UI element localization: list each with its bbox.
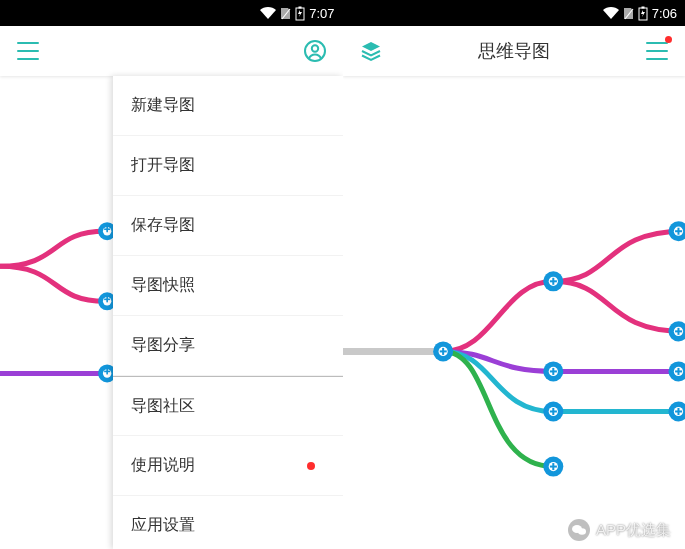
menu-item-label: 保存导图 <box>131 215 195 236</box>
page-title: 思维导图 <box>478 39 550 63</box>
svg-rect-39 <box>552 463 554 470</box>
menu-item-help[interactable]: 使用说明 <box>113 436 343 496</box>
menu-item-label: 打开导图 <box>131 155 195 176</box>
wifi-icon <box>603 7 619 19</box>
layers-icon[interactable] <box>357 37 385 65</box>
wifi-icon <box>260 7 276 19</box>
menu-item-snapshot[interactable]: 导图快照 <box>113 256 343 316</box>
notification-dot-icon <box>307 462 315 470</box>
battery-icon <box>295 6 305 21</box>
menu-item-save[interactable]: 保存导图 <box>113 196 343 256</box>
svg-rect-16 <box>106 368 108 374</box>
phone-right: 7:06 思维导图 <box>343 0 686 549</box>
mindmap-node[interactable] <box>668 321 685 341</box>
sim-icon <box>280 7 291 20</box>
watermark: APP优选集 <box>568 519 671 541</box>
mindmap-node[interactable] <box>668 401 685 421</box>
svg-rect-43 <box>677 228 679 235</box>
hamburger-menu-icon[interactable] <box>643 37 671 65</box>
mindmap-node[interactable] <box>543 401 563 421</box>
svg-rect-8 <box>106 226 108 232</box>
menu-item-label: 使用说明 <box>131 455 195 476</box>
mindmap-root-node[interactable] <box>433 341 453 361</box>
svg-rect-47 <box>677 328 679 335</box>
svg-rect-51 <box>677 368 679 375</box>
mindmap-node[interactable] <box>543 457 563 477</box>
menu-item-label: 导图社区 <box>131 396 195 417</box>
svg-point-57 <box>578 528 586 535</box>
status-time: 7:06 <box>652 6 677 21</box>
menu-item-label: 导图分享 <box>131 335 195 356</box>
status-bar: 7:07 <box>0 0 343 26</box>
menu-item-share[interactable]: 导图分享 <box>113 316 343 376</box>
menu-item-community[interactable]: 导图社区 <box>113 376 343 436</box>
app-bar <box>0 26 343 76</box>
svg-rect-2 <box>299 6 302 8</box>
main-menu-panel: 新建导图 打开导图 保存导图 导图快照 导图分享 导图社区 使用说明 应用设置 <box>113 76 343 549</box>
svg-point-4 <box>311 45 317 51</box>
status-time: 7:07 <box>309 6 334 21</box>
menu-item-settings[interactable]: 应用设置 <box>113 496 343 549</box>
svg-rect-31 <box>552 368 554 375</box>
svg-rect-35 <box>552 408 554 415</box>
menu-item-label: 新建导图 <box>131 95 195 116</box>
menu-item-label: 导图快照 <box>131 275 195 296</box>
status-bar: 7:06 <box>343 0 686 26</box>
battery-icon <box>638 6 648 21</box>
svg-rect-27 <box>552 278 554 285</box>
hamburger-menu-icon[interactable] <box>14 37 42 65</box>
svg-rect-23 <box>442 348 444 355</box>
profile-icon[interactable] <box>301 37 329 65</box>
mindmap-node[interactable] <box>543 361 563 381</box>
svg-rect-12 <box>106 296 108 302</box>
sim-icon <box>623 7 634 20</box>
svg-rect-19 <box>641 6 644 8</box>
svg-rect-55 <box>677 408 679 415</box>
mindmap-node[interactable] <box>668 361 685 381</box>
menu-item-new[interactable]: 新建导图 <box>113 76 343 136</box>
mindmap-canvas-right[interactable] <box>343 76 685 549</box>
watermark-text: APP优选集 <box>596 521 671 540</box>
mindmap-node[interactable] <box>543 271 563 291</box>
wechat-icon <box>568 519 590 541</box>
phone-left: 7:07 新建导图 打开导图 保存导图 导图快照 导图分享 导图社区 使用说明 … <box>0 0 343 549</box>
menu-item-open[interactable]: 打开导图 <box>113 136 343 196</box>
menu-item-label: 应用设置 <box>131 515 195 536</box>
app-bar: 思维导图 <box>343 26 686 76</box>
mindmap-node[interactable] <box>668 221 685 241</box>
